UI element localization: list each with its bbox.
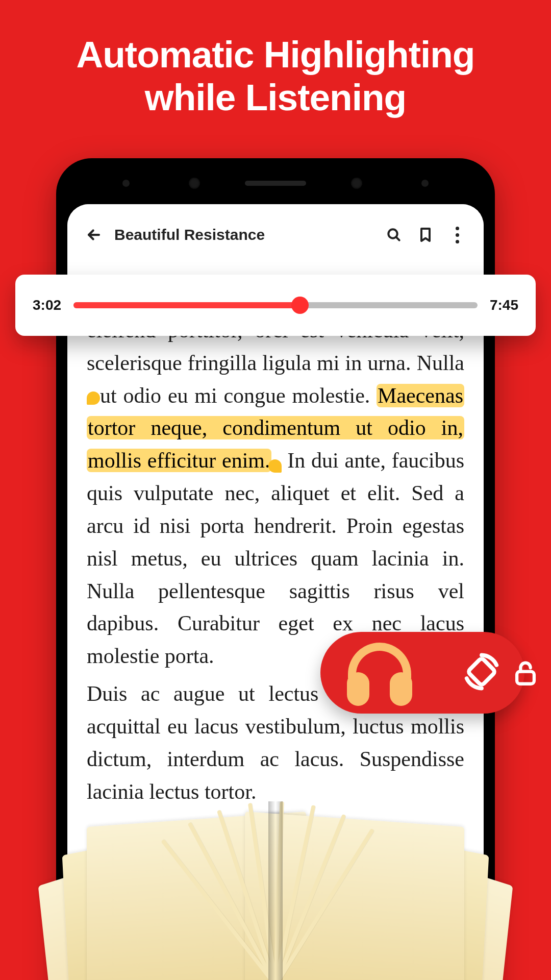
headline-line1: Automatic Highlighting [77,34,475,75]
back-button[interactable] [83,224,105,246]
highlight-start-handle[interactable] [87,391,100,405]
bookmark-icon [417,227,434,243]
svg-rect-2 [517,672,534,684]
app-bar: Beautiful Resistance [67,204,484,258]
text-lead: ut odio eu mi congue molestie. [100,384,377,407]
back-arrow-icon [85,226,103,243]
audio-progress-card: 3:02 7:45 [15,275,536,336]
progress-fill [73,302,299,308]
reader-content[interactable]: eleifend porttitor, orci est vehicula ve… [67,258,484,808]
lock-button[interactable] [500,647,551,698]
search-button[interactable] [383,224,405,246]
more-vert-icon [456,227,459,230]
total-time: 7:45 [490,297,518,313]
elapsed-time: 3:02 [33,297,61,313]
rotate-button[interactable] [462,652,502,694]
promo-headline: Automatic Highlighting while Listening [0,0,551,129]
bookmark-button[interactable] [414,224,437,246]
listen-button[interactable] [344,640,415,706]
search-icon [386,227,402,243]
rotate-icon [462,652,502,692]
progress-track[interactable] [73,302,478,308]
more-button[interactable] [446,224,468,246]
highlight-end-handle[interactable] [268,459,282,473]
lock-icon [511,658,540,688]
svg-rect-1 [467,657,495,685]
listen-fab-pill [320,632,524,714]
headline-line2: while Listening [145,77,406,118]
progress-thumb[interactable] [291,297,309,314]
book-title: Beautiful Resistance [114,226,373,243]
